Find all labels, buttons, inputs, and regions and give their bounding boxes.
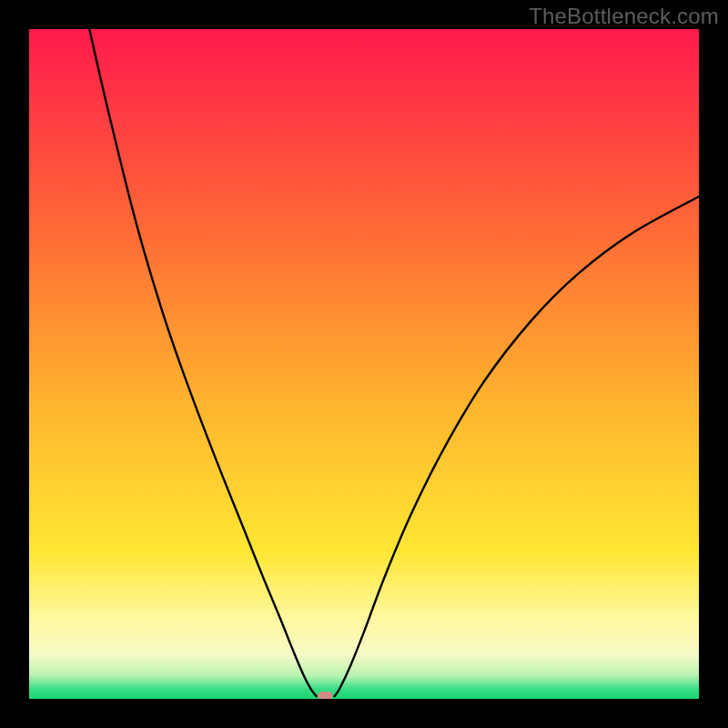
watermark-text: TheBottleneck.com [529, 4, 719, 29]
plot-area [29, 29, 699, 699]
optimum-marker [318, 692, 332, 699]
gradient-background [29, 29, 699, 699]
chart-frame: TheBottleneck.com [0, 0, 728, 728]
chart-svg [29, 29, 699, 699]
